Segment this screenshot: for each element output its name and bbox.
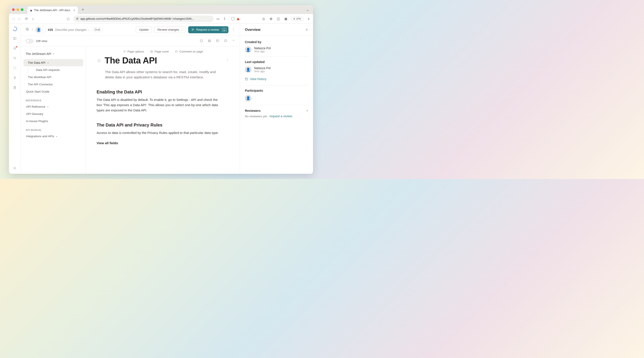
menu-button[interactable]: ≡ [306,17,311,20]
reload-button[interactable]: ⟳ [24,17,29,21]
page-title-menu[interactable]: ⋮ [226,58,229,62]
author-avatar-chip[interactable]: 👤 ⋮ [35,26,46,33]
history-icon[interactable] [216,39,219,43]
creator-time: 3mo ago [254,50,270,53]
view-history-link[interactable]: View history [245,77,266,81]
caret-right-icon: ▸ [56,135,58,137]
review-changes-button[interactable]: Review changes⌄ [154,26,186,33]
heading-view-fields[interactable]: View all fields [96,141,229,145]
page-description[interactable]: The Data API allows other systems to sea… [105,69,219,80]
page-title[interactable]: The Data API [104,55,157,65]
responsive-icon[interactable]: ▭ [216,17,220,21]
change-description-input[interactable]: Describe your changes ... [55,28,90,31]
svg-point-1 [14,57,16,59]
close-tab-button[interactable]: × [74,8,75,12]
brave-icon[interactable] [236,17,240,20]
address-bar[interactable]: ⚙ app.gitbook.com/o/rHbw65DDeLxPNJCcyI09… [74,15,214,22]
add-reviewer-button[interactable]: + [306,109,308,113]
collapse-panel-icon[interactable]: ⌃ [232,39,235,43]
request-review-link[interactable]: request a review. [270,114,293,118]
space-root-item[interactable]: The JetStream API▾ [24,50,83,57]
nav-item-data-api-requests[interactable]: Data API requests [28,66,83,73]
site-settings-icon[interactable]: ⚙ [76,17,79,20]
nav-item-integrations[interactable]: Integrations and APIs▸ [24,133,83,140]
update-button[interactable]: Update [136,26,152,33]
avatar-icon: 👤 [245,66,252,73]
caret-right-icon: ▸ [48,106,49,108]
hints-icon[interactable] [13,76,16,80]
paragraph-privacy[interactable]: Access to data is controlled by the Priv… [96,130,219,135]
comments-icon[interactable] [224,39,227,43]
participants-label: Participants [245,89,308,92]
nav-item-workflow-api[interactable]: The Workflow API [24,73,83,81]
back-button[interactable]: ◁ [11,17,16,21]
rewards-icon[interactable]: ◎ [261,17,266,21]
browser-tab[interactable]: ◆ The JetStream API - API docs × [28,6,78,14]
nav-item-api-connector[interactable]: The API Connector [24,81,83,88]
image-icon[interactable] [208,39,211,43]
diff-view-bar: Diff view ⌃ [21,36,240,46]
nav-item-data-api[interactable]: The Data API▾ [24,59,83,66]
book-icon: ◆ [30,9,32,12]
diff-view-label: Diff view [36,39,47,43]
home-button[interactable]: ⌂ [31,17,35,20]
page-editor[interactable]: Page options Page cover Comment on page … [86,46,240,174]
shield-icon[interactable] [231,17,234,20]
created-by-user[interactable]: 👤 Natasza Pol 3mo ago [245,46,308,53]
paragraph-enabling[interactable]: The Data API is disabled by default. To … [96,97,219,113]
chevron-down-icon[interactable]: ⌄ [222,27,227,32]
creator-name: Natasza Pol [254,46,270,50]
search-icon[interactable] [13,56,16,61]
new-tab-button[interactable]: + [80,7,86,12]
nav-item-api-glossary[interactable]: API Glossary [24,110,83,117]
settings-icon[interactable] [13,167,16,171]
close-panel-button[interactable]: ✕ [305,28,308,32]
diff-view-toggle[interactable] [26,39,34,43]
share-icon[interactable]: ⇪ [222,17,227,21]
minimize-window-button[interactable] [16,8,19,11]
left-rail [9,24,21,174]
svg-point-7 [192,30,192,31]
heading-enabling[interactable]: Enabling the Data API [96,89,229,94]
svg-rect-2 [14,67,16,69]
page-tree: The JetStream API▾ The Data API▾ Data AP… [21,46,86,174]
updater-time: 3mo ago [254,70,270,73]
page-options-button[interactable]: Page options [123,50,144,53]
overview-header: Overview ✕ [240,24,313,36]
tab-overflow-button[interactable]: ⌄ [305,7,310,13]
more-menu-button[interactable]: ⋮ [231,27,236,33]
chevron-down-icon: ⌄ [181,28,183,31]
updated-by-user[interactable]: 👤 Natasza Pol 3mo ago [245,66,308,73]
participant-avatar[interactable]: 👤 [245,95,252,101]
wallet-icon[interactable]: ▣ [284,17,288,21]
close-window-button[interactable] [12,8,15,11]
maximize-window-button[interactable] [21,8,24,11]
space-settings-icon[interactable] [25,27,30,33]
page-cover-button[interactable]: Page cover [150,50,169,53]
sidebar-icon[interactable]: ◫ [276,17,280,21]
files-icon[interactable] [13,86,16,90]
bookmark-icon[interactable]: ◻︎ [66,17,70,21]
request-review-button[interactable]: Request a review ⌄ [188,26,228,33]
vpn-button[interactable]: VPN [291,17,304,21]
svg-rect-14 [150,51,153,52]
svg-point-4 [14,168,15,169]
extensions-icon[interactable]: ✿ [269,17,273,21]
forward-button[interactable]: ▷ [18,17,22,21]
avatar-icon: 👤 [36,27,42,33]
notifications-icon[interactable] [13,47,16,51]
emoji-picker-icon[interactable]: ☺ [96,57,102,63]
page-action-row: Page options Page cover Comment on page [96,50,229,53]
change-number[interactable]: #15 [48,28,53,31]
info-icon[interactable] [200,39,203,43]
svg-point-6 [192,29,192,29]
heading-privacy[interactable]: The Data API and Privacy Rules [96,123,229,128]
nav-item-quick-start[interactable]: Quick Start Guide [24,88,83,95]
comment-page-button[interactable]: Comment on page [175,50,203,53]
nav-item-inhouse-plugins[interactable]: In-house Plugins [24,117,83,125]
snippets-icon[interactable] [13,66,16,70]
gitbook-logo-icon[interactable] [12,26,18,32]
svg-rect-10 [208,40,211,42]
collapse-sidebar-icon[interactable] [13,37,16,41]
nav-item-api-reference[interactable]: API Reference▸ [24,103,83,110]
